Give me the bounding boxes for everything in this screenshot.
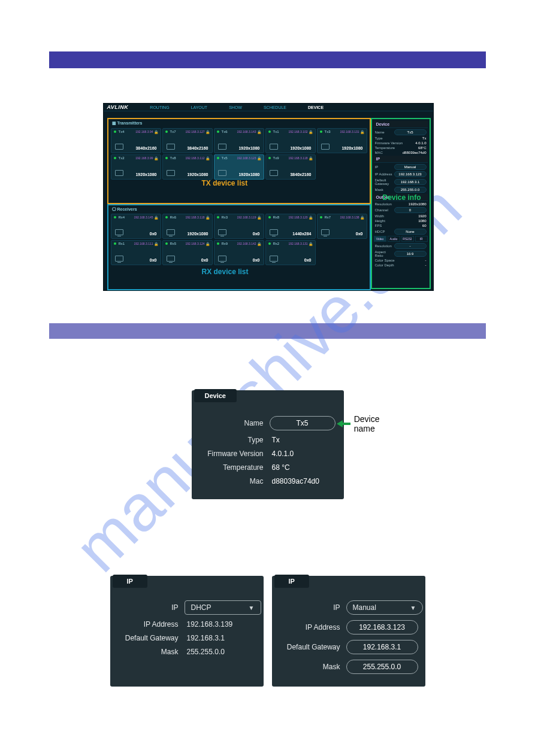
ip2-mode-select[interactable]: Manual ▼ xyxy=(346,600,423,615)
ip2-mask-input[interactable]: 255.255.0.0 xyxy=(346,660,418,674)
device-tile[interactable]: Tx6192.168.3.143🔒1920x1080 xyxy=(214,128,264,153)
device-tile[interactable]: Rx5192.168.3.124🔒0x0 xyxy=(162,240,213,265)
side-ar-value[interactable]: 16:9 xyxy=(394,251,427,257)
lock-icon: 🔒 xyxy=(257,242,261,246)
tile-name: Rx1 xyxy=(119,242,125,245)
side-subtab-ir[interactable]: IR xyxy=(415,236,428,242)
side-fps-label: FPS xyxy=(375,224,382,227)
side-mask-value[interactable]: 255.255.0.0 xyxy=(394,187,427,193)
tx-grid: Tx4192.168.3.94🔒3840x2160Tx7192.168.3.12… xyxy=(108,128,370,180)
monitor-icon xyxy=(270,229,278,235)
device-info-panel: Device NameTx5 TypeTx Firmware Version4.… xyxy=(371,118,431,289)
device-tile[interactable]: Tx4192.168.3.94🔒3840x2160 xyxy=(111,128,161,153)
device-tile[interactable]: Rx8192.168.3.120🔒1440x284 xyxy=(265,214,316,239)
lock-icon: 🔒 xyxy=(205,242,210,246)
tile-ip: 192.168.3.124 xyxy=(186,242,205,245)
tile-resolution: 1920x1080 xyxy=(238,172,259,177)
side-resln-value[interactable]: - xyxy=(394,243,427,249)
tx-header-text: Transmitters xyxy=(117,121,142,125)
tab-routing[interactable]: ROUTING xyxy=(150,105,169,110)
device-tile[interactable]: Tx5192.168.3.123🔒1920x1080 xyxy=(214,154,264,180)
tile-ip: 192.168.3.99 xyxy=(135,156,153,160)
chevron-down-icon: ▼ xyxy=(410,605,416,611)
side-ar-label: Aspect Ratio xyxy=(375,250,394,257)
side-tab-ip[interactable]: IP xyxy=(374,156,428,163)
device-card-tab[interactable]: Device xyxy=(194,389,237,402)
tile-name: Rx5 xyxy=(170,242,177,245)
side-subtab-video[interactable]: Video xyxy=(374,236,386,242)
side-cd-value: - xyxy=(425,263,427,267)
tile-ip: 192.168.3.138 xyxy=(340,215,359,219)
device-tile[interactable]: Tx8192.168.3.112🔒1920x1080 xyxy=(162,154,213,180)
ip1-mask-value: 255.255.0.0 xyxy=(187,648,225,656)
device-tile[interactable]: Rx4192.168.3.145🔒0x0 xyxy=(111,214,161,239)
device-mac-label: Mac xyxy=(198,477,264,485)
device-name-input[interactable]: Tx5 xyxy=(270,416,335,430)
device-tile[interactable]: Rx7192.168.3.138🔒0x0 xyxy=(317,214,367,239)
tab-layout[interactable]: LAYOUT xyxy=(191,105,208,110)
side-h-value: 1080 xyxy=(418,219,426,223)
ip2-addr-input[interactable]: 192.168.3.123 xyxy=(346,620,418,634)
device-tile[interactable]: Tx3192.168.3.131🔒1920x1080 xyxy=(317,128,367,153)
tile-resolution: 3840x2160 xyxy=(290,172,311,177)
lock-icon: 🔒 xyxy=(154,215,158,220)
tab-schedule[interactable]: SCHEDULE xyxy=(264,105,286,110)
ip1-gw-label: Default Gateway xyxy=(116,634,179,642)
device-tile[interactable]: Rx6192.168.3.118🔒1920x1080 xyxy=(162,214,213,239)
ip2-gw-input[interactable]: 192.168.3.1 xyxy=(346,640,418,654)
side-hdcp-label: HDCP xyxy=(375,230,385,233)
ip1-addr-label: IP Address xyxy=(116,620,179,629)
device-info-card: Device Name Tx5 Type Tx Firmware Version… xyxy=(192,390,344,499)
tile-resolution: 3840x2160 xyxy=(135,146,156,150)
ip1-mode-value: DHCP xyxy=(191,603,211,612)
side-name-value[interactable]: Tx5 xyxy=(394,129,427,135)
device-tile[interactable]: Tx2192.168.3.99🔒1920x1080 xyxy=(111,154,161,180)
status-dot-icon xyxy=(114,157,116,159)
device-fw-value: 4.0.1.0 xyxy=(272,450,294,458)
status-dot-icon xyxy=(165,242,168,245)
side-ch-value[interactable]: 0 xyxy=(394,207,427,213)
status-dot-icon xyxy=(268,242,271,245)
tile-name: Tx9 xyxy=(273,156,279,160)
transmitter-icon xyxy=(115,170,123,176)
lock-icon: 🔒 xyxy=(309,242,313,246)
device-tile[interactable]: Rx3192.168.3.119🔒0x0 xyxy=(214,214,264,239)
device-tile[interactable]: Rx2192.168.3.131🔒0x0 xyxy=(265,240,316,265)
status-dot-icon xyxy=(268,130,271,133)
tab-device[interactable]: DEVICE xyxy=(308,105,324,110)
tile-resolution: 1920x1080 xyxy=(290,146,311,150)
side-ipaddr-value[interactable]: 192.168.3.123 xyxy=(394,171,427,177)
ip-card1-tab[interactable]: IP xyxy=(113,575,147,588)
side-gw-value[interactable]: 192.168.3.1 xyxy=(394,179,427,185)
device-tile[interactable]: Tx1192.168.3.102🔒1920x1080 xyxy=(265,128,316,153)
ip1-mode-select[interactable]: DHCP ▼ xyxy=(185,600,261,615)
device-page-screenshot: AVLINK ROUTING LAYOUT SHOW SCHEDULE DEVI… xyxy=(103,103,434,291)
device-tile[interactable]: Tx7192.168.3.127🔒3840x2160 xyxy=(162,128,213,153)
ip-card-manual: IP IP Manual ▼ IP Address 192.168.3.123 … xyxy=(272,576,425,687)
device-tile[interactable]: Rx1192.168.3.111🔒0x0 xyxy=(111,240,161,265)
side-ipmode-value[interactable]: Manual xyxy=(394,164,427,170)
side-hdcp-value[interactable]: None xyxy=(394,229,427,235)
monitor-icon xyxy=(218,256,226,262)
tile-name: Rx8 xyxy=(273,215,280,219)
side-fw-label: Firmware Version xyxy=(375,141,403,145)
tx-section-header: ▦ Transmitters xyxy=(108,119,370,128)
tile-name: Tx7 xyxy=(170,130,176,133)
tile-resolution: 1920x1080 xyxy=(341,146,362,150)
side-cs-value: - xyxy=(425,259,427,262)
side-tab-device[interactable]: Device xyxy=(374,121,428,128)
ip2-mode-value: Manual xyxy=(353,603,376,612)
side-subtab-rs232[interactable]: RS232 xyxy=(401,236,414,242)
tab-show[interactable]: SHOW xyxy=(229,105,242,110)
main-nav-tabs: AVLINK ROUTING LAYOUT SHOW SCHEDULE DEVI… xyxy=(104,104,433,111)
tile-name: Rx2 xyxy=(273,242,280,245)
side-subtab-audio[interactable]: Audio xyxy=(388,236,400,242)
side-temp-label: Temperature xyxy=(375,146,395,150)
lock-icon: 🔒 xyxy=(205,156,210,160)
side-fps-value: 60 xyxy=(422,224,427,227)
ip-card2-tab[interactable]: IP xyxy=(274,575,309,588)
device-tile[interactable]: Rx9192.168.3.142🔒0x0 xyxy=(214,240,264,265)
device-tile[interactable]: Tx9192.168.3.118🔒3840x2160 xyxy=(265,154,316,180)
tx-device-list-label: TX device list xyxy=(202,179,248,187)
device-name-label: Name xyxy=(198,419,264,427)
